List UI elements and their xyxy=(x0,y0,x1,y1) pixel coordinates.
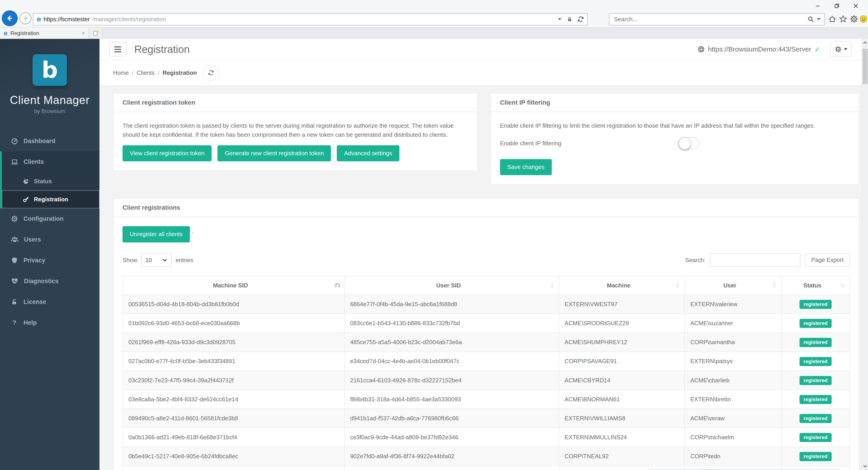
sidebar-toggle-button[interactable] xyxy=(110,42,126,57)
scroll-up-icon[interactable] xyxy=(862,39,868,46)
page-length-control: Show 10 entries xyxy=(123,253,193,267)
breadcrumb-home[interactable]: Home xyxy=(113,69,129,76)
minimize-button[interactable] xyxy=(808,1,827,11)
sort-both-icon[interactable] xyxy=(839,282,846,288)
dashboard-icon xyxy=(11,137,18,145)
sidebar-item-label: Privacy xyxy=(24,257,45,264)
advanced-settings-button[interactable]: Advanced settings xyxy=(337,145,399,161)
feedback-smiley-icon[interactable] xyxy=(860,15,868,23)
sidebar-item-users[interactable]: Users xyxy=(0,229,99,250)
unregister-all-button[interactable]: Unregister all clients xyxy=(123,226,190,242)
key-icon xyxy=(23,196,29,203)
cell-machine-sid: 0a0b1366-ad21-49eb-818f-6e68e371bcf4 xyxy=(123,428,344,447)
table-row[interactable]: 0261f969-eff8-426a-933d-d9c3d0928705 485… xyxy=(123,333,850,352)
column-header-machine[interactable]: Machine xyxy=(559,276,685,295)
table-row[interactable]: 027ac0b0-e77f-4c0f-b5be-3eb433f34891 e34… xyxy=(123,352,850,371)
table-row[interactable]: 0b5e49c1-5217-40e8-905e-6b24fdbca8ec 902… xyxy=(123,447,850,466)
sort-both-icon[interactable] xyxy=(675,282,681,288)
top-header: Registration https://BrowsiumDemo:443/Se… xyxy=(99,39,862,60)
ip-filtering-toggle-label: Enable client IP filtering xyxy=(500,139,678,148)
column-header-user-sid[interactable]: User SID xyxy=(344,276,559,295)
refresh-icon[interactable] xyxy=(577,16,584,23)
save-changes-button[interactable]: Save changes xyxy=(500,159,552,175)
sidebar-item-label: Clients xyxy=(24,158,44,165)
scrollbar-thumb[interactable] xyxy=(863,49,868,84)
lock-icon xyxy=(566,16,573,22)
sidebar-item-configuration[interactable]: Configuration xyxy=(0,208,99,229)
sidebar-item-privacy[interactable]: Privacy xyxy=(0,250,99,271)
page-scrollbar[interactable] xyxy=(862,39,868,470)
cell-machine: EXTERN\VWEST97 xyxy=(559,295,685,314)
table-search-input[interactable] xyxy=(710,253,800,267)
table-row[interactable]: 089490c5-a8e2-411d-8601-56581fcde3b8 d94… xyxy=(123,409,850,428)
panel-title: Client IP filtering xyxy=(491,94,859,112)
table-search-control: Search: Page Export xyxy=(685,253,850,267)
tab-registration[interactable]: e Registration × xyxy=(0,28,89,39)
cell-status: registered xyxy=(781,295,850,314)
table-row[interactable]: 00536515-d04d-4b18-804b-dd3b81fb0b0d 686… xyxy=(123,295,850,314)
server-check-icon: ✓ xyxy=(814,45,820,53)
cell-machine-sid: 0261f969-eff8-426a-933d-d9c3d0928705 xyxy=(123,333,344,352)
status-badge: registered xyxy=(800,376,832,385)
browser-forward-button[interactable] xyxy=(20,12,32,24)
cell-user: ACME\charlieb xyxy=(685,371,781,390)
column-header-machine-sid[interactable]: Machine SID xyxy=(123,276,344,295)
column-header-status[interactable]: Status xyxy=(781,276,850,295)
sidebar-item-status[interactable]: Status xyxy=(2,172,99,190)
sort-both-icon[interactable] xyxy=(549,282,555,288)
app-name: Client Manager xyxy=(0,94,99,107)
sort-asc-icon[interactable] xyxy=(334,282,341,288)
table-row[interactable]: 03e8ca8a-5be2-4bf4-8332-de624cc61e14 f89… xyxy=(123,390,850,409)
page-title: Registration xyxy=(134,43,190,55)
page-export-button[interactable]: Page Export xyxy=(805,253,850,267)
sidebar-item-help[interactable]: Help xyxy=(0,312,99,333)
chevron-down-icon xyxy=(162,257,167,263)
sidebar-item-clients[interactable]: Clients xyxy=(2,151,99,172)
sidebar-item-registration[interactable]: Registration xyxy=(2,190,99,208)
token-description: The client registration token is passed … xyxy=(123,121,468,139)
view-token-button[interactable]: View client registration token xyxy=(123,145,212,161)
sidebar-item-diagnostics[interactable]: Diagnostics xyxy=(0,271,99,291)
address-dropdown-icon[interactable] xyxy=(558,18,561,20)
home-icon[interactable] xyxy=(828,15,836,23)
favorites-star-icon[interactable] xyxy=(839,15,847,23)
status-badge: registered xyxy=(800,319,832,328)
sort-both-icon[interactable] xyxy=(771,282,778,288)
cell-user: EXTERN\patsys xyxy=(685,352,781,371)
cell-machine-sid: 03c230f2-7e23-47f5-99c4-39a2f443712f xyxy=(123,371,344,390)
globe-icon xyxy=(698,45,705,53)
browser-search-input[interactable] xyxy=(613,15,805,23)
browser-search-box[interactable] xyxy=(609,13,825,25)
sidebar-item-label: Configuration xyxy=(24,215,64,222)
restore-button[interactable] xyxy=(827,1,846,11)
status-badge: registered xyxy=(800,338,832,347)
tab-close-icon[interactable]: × xyxy=(82,31,85,36)
new-tab-button[interactable] xyxy=(89,28,103,39)
ip-filtering-toggle[interactable] xyxy=(678,137,700,150)
search-icon[interactable] xyxy=(807,16,814,23)
browser-back-button[interactable] xyxy=(2,10,18,26)
generate-token-button[interactable]: Generate new client registration token xyxy=(217,145,331,161)
page-refresh-button[interactable] xyxy=(203,65,219,81)
column-header-user[interactable]: User xyxy=(685,276,781,295)
table-row[interactable]: 01b092c6-93d0-4653-bc68-ece030aa668b 083… xyxy=(123,314,850,333)
entries-label: entries xyxy=(176,256,193,264)
status-badge: registered xyxy=(800,357,832,366)
server-settings-button[interactable] xyxy=(831,41,852,57)
close-button[interactable] xyxy=(846,1,865,11)
table-row[interactable]: 03c230f2-7e23-47f5-99c4-39a2f443712f 216… xyxy=(123,371,850,390)
pie-chart-icon xyxy=(23,178,29,185)
settings-gear-icon[interactable] xyxy=(850,15,858,23)
breadcrumb-clients[interactable]: Clients xyxy=(137,69,155,76)
address-bar[interactable]: e https://bcmstester/manager/clients/reg… xyxy=(33,13,588,25)
page-size-select[interactable]: 10 xyxy=(141,253,172,267)
search-dropdown-icon[interactable] xyxy=(817,18,820,20)
sidebar-item-dashboard[interactable]: Dashboard xyxy=(0,131,99,151)
status-badge: registered xyxy=(800,414,832,423)
table-row[interactable]: 0a0b1366-ad21-49eb-818f-6e68e371bcf4 ce3… xyxy=(123,428,850,447)
sidebar-item-license[interactable]: License xyxy=(0,291,99,312)
client-registrations-panel: Client registrations Unregister all clie… xyxy=(113,198,860,470)
scroll-down-icon[interactable] xyxy=(862,462,868,470)
breadcrumb: Home / Clients / Registration xyxy=(99,60,862,86)
cell-status: registered xyxy=(781,390,850,409)
